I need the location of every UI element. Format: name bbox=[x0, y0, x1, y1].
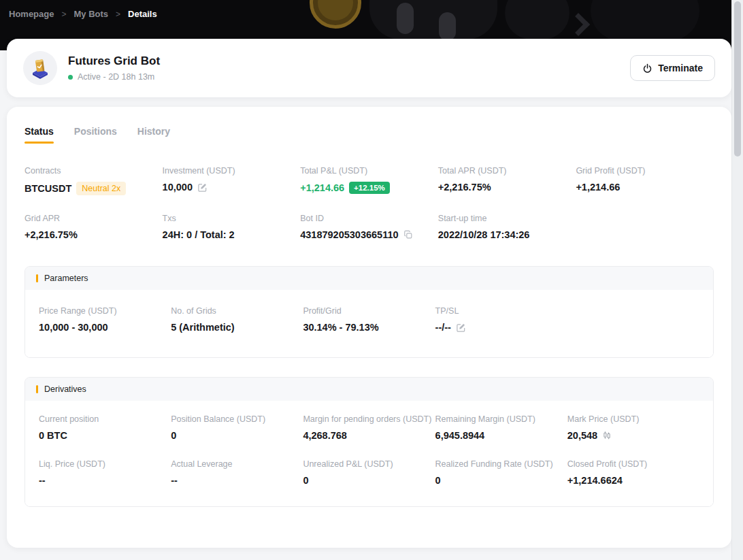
banner-blob-illustration bbox=[591, 0, 699, 41]
field-label: Unrealized P&L (USDT) bbox=[303, 459, 435, 469]
derivatives-title: Derivatives bbox=[44, 384, 86, 394]
profit-grid-value: 30.14% - 79.13% bbox=[303, 322, 378, 333]
tab-history[interactable]: History bbox=[137, 126, 170, 144]
parameters-grid: Price Range (USDT) 10,000 - 30,000 No. o… bbox=[25, 290, 713, 357]
tab-status[interactable]: Status bbox=[24, 126, 54, 144]
field-label: Closed Profit (USDT) bbox=[567, 459, 699, 469]
field-label: Realized Funding Rate (USDT) bbox=[435, 459, 567, 469]
field-investment: Investment (USDT) 10,000 bbox=[163, 166, 301, 195]
field-realized-funding-rate: Realized Funding Rate (USDT) 0 bbox=[435, 459, 567, 486]
field-label: Liq. Price (USDT) bbox=[39, 459, 171, 469]
field-current-position: Current position 0 BTC bbox=[39, 414, 171, 441]
contracts-value: BTCUSDT bbox=[24, 183, 71, 194]
leverage-badge: Neutral 2x bbox=[76, 182, 126, 195]
breadcrumb-my-bots[interactable]: My Bots bbox=[73, 9, 108, 19]
robot-eye-icon bbox=[439, 12, 456, 41]
field-value: 6,945.8944 bbox=[435, 430, 567, 441]
breadcrumb-homepage[interactable]: Homepage bbox=[9, 9, 54, 19]
field-value: +1,214.66 bbox=[576, 182, 714, 193]
edit-icon[interactable] bbox=[197, 182, 208, 193]
price-range-value: 10,000 - 30,000 bbox=[39, 322, 108, 333]
arrow-illustration bbox=[567, 13, 590, 36]
edit-icon[interactable] bbox=[456, 323, 466, 333]
scrollbar[interactable] bbox=[731, 0, 743, 560]
scrollbar-thumb[interactable] bbox=[734, 1, 741, 157]
field-label: Contracts bbox=[24, 166, 163, 176]
field-value: 0 BTC bbox=[39, 430, 171, 441]
field-value: +1,214.6624 bbox=[567, 475, 699, 486]
field-label: Price Range (USDT) bbox=[39, 306, 171, 316]
field-mark-price: Mark Price (USDT) 20,548 bbox=[567, 414, 699, 441]
txs-value: 24H: 0 / Total: 2 bbox=[163, 229, 235, 240]
tab-bar: Status Positions History bbox=[24, 126, 714, 144]
field-value: 5 (Arithmetic) bbox=[171, 322, 303, 333]
power-icon bbox=[642, 63, 653, 73]
field-label: Current position bbox=[39, 414, 171, 424]
field-contracts: Contracts BTCUSDT Neutral 2x bbox=[24, 166, 163, 195]
field-profit-grid: Profit/Grid 30.14% - 79.13% bbox=[303, 306, 435, 333]
field-value: 30.14% - 79.13% bbox=[303, 322, 435, 333]
field-label: Remaining Margin (USDT) bbox=[435, 414, 567, 424]
terminate-button[interactable]: Terminate bbox=[630, 55, 715, 81]
bot-status-text: Active - 2D 18h 13m bbox=[78, 72, 154, 82]
field-label: Txs bbox=[163, 214, 301, 223]
grid-apr-value: +2,216.75% bbox=[24, 229, 78, 240]
chevron-right-icon: > bbox=[116, 10, 120, 19]
pnl-percent-badge: +12.15% bbox=[349, 182, 390, 194]
field-label: Total P&L (USDT) bbox=[300, 166, 438, 176]
field-label: Grid APR bbox=[24, 214, 163, 223]
terminate-label: Terminate bbox=[658, 63, 703, 73]
copy-icon[interactable] bbox=[403, 230, 413, 240]
field-actual-leverage: Actual Leverage -- bbox=[171, 459, 303, 486]
closed-profit-value: +1,214.6624 bbox=[567, 475, 623, 486]
field-label: Investment (USDT) bbox=[163, 166, 301, 176]
robot-illustration bbox=[369, 0, 497, 39]
pending-margin-value: 4,268.768 bbox=[303, 430, 347, 441]
field-label: TP/SL bbox=[435, 306, 567, 316]
field-value: 20,548 bbox=[567, 430, 699, 441]
coin-illustration bbox=[310, 0, 361, 29]
field-value: -- bbox=[39, 475, 171, 486]
field-label: Start-up time bbox=[438, 214, 576, 223]
breadcrumb: Homepage > My Bots > Details bbox=[9, 9, 157, 19]
derivatives-grid: Current position 0 BTC Position Balance … bbox=[25, 401, 713, 506]
status-summary-grid: Contracts BTCUSDT Neutral 2x Investment … bbox=[24, 166, 714, 240]
field-liq-price: Liq. Price (USDT) -- bbox=[39, 459, 171, 486]
derivatives-section-header: Derivatives bbox=[25, 378, 713, 401]
bot-status: Active - 2D 18h 13m bbox=[68, 72, 630, 82]
total-apr-value: +2,216.75% bbox=[438, 182, 491, 193]
field-value: --/-- bbox=[435, 322, 567, 333]
robot-eye-icon bbox=[397, 3, 414, 34]
field-value: 24H: 0 / Total: 2 bbox=[163, 229, 301, 240]
field-grid-profit: Grid Profit (USDT) +1,214.66 bbox=[576, 166, 714, 195]
field-startup-time: Start-up time 2022/10/28 17:34:26 bbox=[438, 214, 576, 240]
field-value: 0 bbox=[435, 475, 567, 486]
total-pnl-value: +1,214.66 bbox=[300, 182, 344, 193]
field-label: Position Balance (USDT) bbox=[171, 414, 303, 424]
field-value: BTCUSDT Neutral 2x bbox=[24, 182, 163, 195]
bot-header-text: Futures Grid Bot Active - 2D 18h 13m bbox=[68, 54, 630, 82]
parameters-title: Parameters bbox=[44, 274, 88, 283]
field-price-range: Price Range (USDT) 10,000 - 30,000 bbox=[39, 306, 171, 333]
active-status-dot-icon bbox=[68, 75, 73, 80]
candlestick-chart-icon[interactable] bbox=[602, 431, 612, 440]
field-value: 10,000 bbox=[163, 182, 301, 193]
breadcrumb-details: Details bbox=[128, 9, 157, 19]
parameters-section-header: Parameters bbox=[25, 267, 713, 290]
field-grid-apr: Grid APR +2,216.75% bbox=[24, 214, 163, 240]
tp-sl-value: --/-- bbox=[435, 322, 451, 333]
realized-funding-rate-value: 0 bbox=[435, 475, 441, 486]
parameters-section: Parameters Price Range (USDT) 10,000 - 3… bbox=[24, 266, 714, 358]
field-value: 10,000 - 30,000 bbox=[39, 322, 171, 333]
field-bot-id: Bot ID 431879205303665110 bbox=[300, 214, 438, 240]
robot-illustration-secondary bbox=[505, 0, 569, 39]
current-position-value: 0 BTC bbox=[39, 430, 67, 441]
no-of-grids-value: 5 (Arithmetic) bbox=[171, 322, 234, 333]
tab-positions[interactable]: Positions bbox=[74, 126, 117, 144]
field-label: Bot ID bbox=[300, 214, 438, 223]
field-value: 0 bbox=[303, 475, 435, 486]
field-value: 2022/10/28 17:34:26 bbox=[438, 229, 576, 240]
actual-leverage-value: -- bbox=[171, 475, 178, 486]
field-position-balance: Position Balance (USDT) 0 bbox=[171, 414, 303, 441]
field-value: +2,216.75% bbox=[438, 182, 576, 193]
